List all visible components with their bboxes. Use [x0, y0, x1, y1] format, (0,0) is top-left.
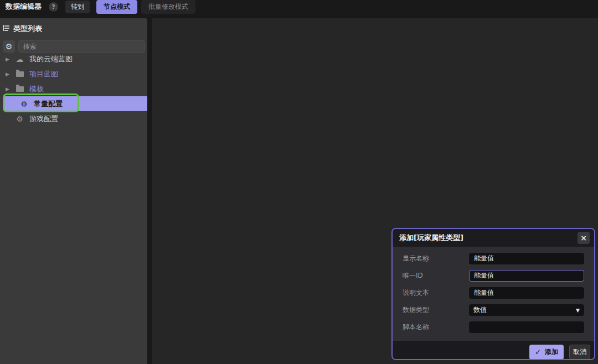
dialog-titlebar: 添加[玩家属性类型] × — [393, 229, 594, 247]
field-display-name: 显示名称 — [403, 253, 584, 264]
top-toolbar: 数据编辑器 ? 转到 节点模式 批量修改模式 — [0, 0, 598, 18]
description-input[interactable] — [469, 287, 584, 299]
tree-item-label: 我的云端蓝图 — [29, 54, 73, 64]
add-button-label: 添加 — [545, 347, 558, 357]
chevron-right-icon[interactable]: ▶ — [4, 56, 11, 62]
display-name-input[interactable] — [469, 253, 584, 264]
panel-title: 类型列表 — [13, 24, 42, 34]
chevron-right-icon[interactable]: ▶ — [4, 86, 11, 92]
data-type-select[interactable]: 数值 ▼ — [469, 304, 584, 316]
dialog-footer: ✓ 添加 取消 — [393, 341, 594, 360]
script-name-input[interactable] — [469, 321, 584, 333]
check-icon: ✓ — [535, 348, 541, 356]
cancel-button[interactable]: 取消 — [569, 345, 590, 360]
selected-option: 数值 — [473, 305, 487, 315]
tree-item-my-cloud-blueprints[interactable]: ▶ ☁ 我的云端蓝图 — [0, 51, 147, 66]
goto-button[interactable]: 转到 — [65, 1, 90, 13]
field-script-name: 脚本名称 — [403, 321, 584, 333]
field-unique-id: 唯一ID — [403, 270, 584, 282]
folder-icon — [15, 85, 24, 93]
app-title: 数据编辑器 — [6, 2, 42, 12]
tree-item-label: 游戏配置 — [29, 114, 58, 124]
tab-batch-edit-mode[interactable]: 批量修改模式 — [141, 0, 195, 14]
gear-icon: ⚙ — [19, 100, 29, 108]
field-label: 显示名称 — [403, 254, 469, 263]
add-button[interactable]: ✓ 添加 — [529, 345, 564, 360]
field-label: 唯一ID — [403, 271, 469, 280]
add-player-attribute-dialog: 添加[玩家属性类型] × 显示名称 唯一ID 说明文本 数据类型 数值 ▼ 脚本… — [391, 228, 595, 360]
search-input[interactable] — [18, 40, 145, 53]
gear-icon: ⚙ — [15, 115, 24, 123]
tree-item-project-blueprints[interactable]: ▶ 项目蓝图 — [0, 66, 147, 81]
cloud-icon: ☁ — [15, 55, 24, 63]
tree-item-label: 模板 — [29, 84, 44, 94]
type-list-header: 类型列表 — [0, 18, 147, 37]
field-label: 数据类型 — [403, 305, 469, 315]
help-icon[interactable]: ? — [49, 2, 58, 12]
chevron-down-icon: ▼ — [576, 308, 580, 313]
dialog-title: 添加[玩家属性类型] — [399, 233, 578, 243]
folder-icon — [15, 70, 24, 78]
type-tree: ▶ ☁ 我的云端蓝图 ▶ 项目蓝图 ▶ 模板 ⚙ 常量配置 ⚙ 游戏配置 — [0, 51, 147, 126]
dialog-body: 显示名称 唯一ID 说明文本 数据类型 数值 ▼ 脚本名称 — [393, 247, 594, 341]
gear-icon: ⚙ — [6, 42, 13, 51]
tree-item-constant-config[interactable]: ⚙ 常量配置 — [4, 96, 147, 111]
field-label: 脚本名称 — [403, 323, 469, 332]
unique-id-input[interactable] — [469, 270, 584, 282]
tree-item-templates[interactable]: ▶ 模板 — [0, 81, 147, 96]
type-list-icon — [2, 24, 11, 34]
type-list-panel: 类型列表 ⚙ ▶ ☁ 我的云端蓝图 ▶ 项目蓝图 ▶ 模板 ⚙ 常量配置 ⚙ — [0, 18, 147, 364]
field-description: 说明文本 — [403, 287, 584, 299]
filter-settings-button[interactable]: ⚙ — [3, 40, 15, 53]
chevron-right-icon[interactable]: ▶ — [4, 71, 11, 77]
sidebar-scrollbar[interactable] — [147, 18, 152, 364]
tab-node-mode[interactable]: 节点模式 — [96, 0, 137, 14]
tree-item-label: 常量配置 — [34, 99, 63, 109]
tree-item-label: 项目蓝图 — [29, 69, 58, 79]
field-data-type: 数据类型 数值 ▼ — [403, 304, 584, 316]
tree-item-game-config[interactable]: ⚙ 游戏配置 — [0, 111, 147, 126]
close-icon[interactable]: × — [578, 232, 590, 244]
field-label: 说明文本 — [403, 288, 469, 298]
